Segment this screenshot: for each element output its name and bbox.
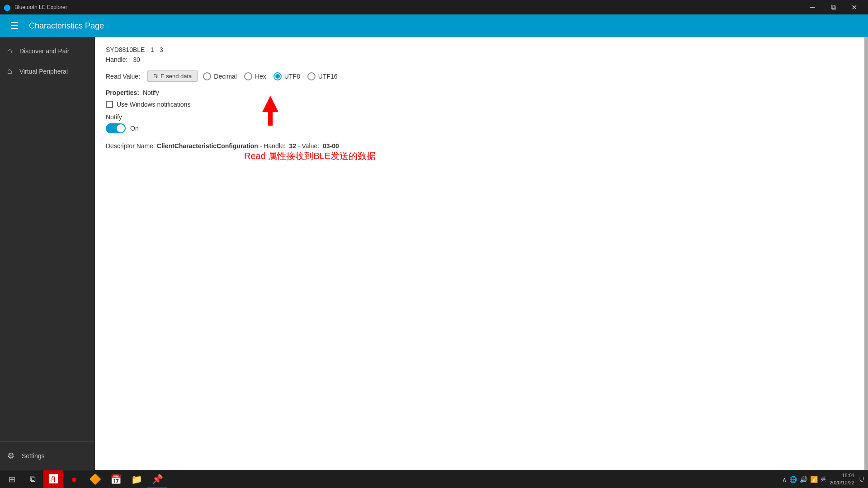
read-value-label: Read Value: [106,73,142,80]
page-title: Characteristics Page [29,21,104,31]
taskbar-app-5[interactable]: 📁 [127,470,146,488]
properties-label: Properties: [106,89,139,96]
taskbar-notification-icon[interactable]: 🗨 [858,476,864,483]
toggle-row: On [106,123,857,133]
device-name: SYD8810BLE - 1 - 3 [106,46,857,53]
title-bar-left: ⬤ Bluetooth LE Explorer [4,4,67,11]
sidebar-item-label-virtual: Virtual Peripheral [19,68,68,75]
sidebar-item-virtual[interactable]: ⌂ Virtual Peripheral [0,61,95,81]
radio-circle-decimal [203,72,211,80]
handle-value: 30 [133,56,140,63]
radio-label-utf16: UTF16 [318,73,338,80]
descriptor-handle-value: 32 [289,142,296,150]
sidebar-item-label-discover: Discover and Pair [19,47,70,55]
radio-circle-utf16 [307,72,316,80]
taskbar-clock[interactable]: 18:01 2020/10/22 [830,472,854,486]
taskbar-network-icon: 🌐 [789,476,797,483]
bluetooth-icon: ⬤ [4,4,11,11]
descriptor-name-value: ClientCharacteristicConfiguration [157,142,258,150]
taskbar-app-3[interactable]: 🔶 [85,470,105,488]
app-header: ☰ Characteristics Page [0,14,868,37]
radio-label-utf8: UTF8 [284,73,300,80]
radio-label-decimal: Decimal [214,73,237,80]
handle-label: Handle: [106,56,127,63]
properties-row: Properties: Notify [106,89,857,96]
taskbar-left: ⊞ ⧉ 🅰 ● 🔶 📅 📁 📌 [0,470,167,488]
descriptor-name-label: Descriptor Name: [106,142,155,150]
main-layout: ⌂ Discover and Pair ⌂ Virtual Peripheral… [0,37,868,470]
sidebar-item-discover[interactable]: ⌂ Discover and Pair [0,41,95,61]
windows-notifications-checkbox[interactable] [106,101,113,108]
taskbar-app-2[interactable]: ● [64,470,84,488]
read-value-row: Read Value: BLE send data Decimal Hex UT… [106,70,857,82]
close-button[interactable]: ✕ [844,0,864,14]
content-area: SYD8810BLE - 1 - 3 Handle: 30 Read Value… [95,37,868,470]
annotation-up-arrow-container [262,96,278,126]
annotation-read-label: Read [244,151,266,161]
taskbar-date: 2020/10/22 [830,479,854,486]
toggle-on-label: On [130,125,139,132]
taskbar-app-icon-5: 📁 [131,474,142,485]
sidebar-bottom: ⚙ Settings [0,441,95,470]
taskbar-right: ∧ 🌐 🔊 📶 英 18:01 2020/10/22 🗨 [782,472,868,486]
radio-group: Decimal Hex UTF8 UTF16 [203,72,337,80]
taskbar-app-icon-1: 🅰 [49,474,58,484]
restore-button[interactable]: ⧉ [823,0,844,14]
right-scrollbar[interactable] [864,37,868,470]
taskbar-app-4[interactable]: 📅 [106,470,126,488]
descriptor-handle-label: Handle: [264,142,285,150]
ble-send-button[interactable]: BLE send data [147,70,198,82]
radio-label-hex: Hex [255,73,266,80]
properties-value: Notify [143,89,159,96]
notify-toggle[interactable] [106,123,126,133]
task-view-button[interactable]: ⧉ [23,470,42,488]
home-icon-discover: ⌂ [7,46,12,56]
hamburger-button[interactable]: ☰ [7,19,22,33]
title-bar-title: Bluetooth LE Explorer [14,4,67,10]
radio-utf16[interactable]: UTF16 [307,72,338,80]
taskbar-app-icon-4: 📅 [110,474,122,485]
windows-notifications-label: Use Windows notifications [117,101,190,108]
descriptor-value-label: Value: [302,142,319,150]
taskbar-wifi-icon: 📶 [810,476,818,483]
notify-label: Notify [106,113,857,121]
taskbar-app-1[interactable]: 🅰 [43,470,63,488]
annotation-read-text: Read 属性接收到BLE发送的数据 [244,150,376,162]
windows-notifications-row[interactable]: Use Windows notifications [106,101,857,108]
title-bar-controls: ─ ⧉ ✕ [802,0,864,14]
taskbar-up-arrow[interactable]: ∧ [782,476,787,483]
settings-icon: ⚙ [7,451,14,461]
taskbar-icons: ∧ 🌐 🔊 📶 英 [782,475,826,483]
sidebar-item-label-settings: Settings [22,452,45,460]
sidebar: ⌂ Discover and Pair ⌂ Virtual Peripheral… [0,37,95,470]
title-bar: ⬤ Bluetooth LE Explorer ─ ⧉ ✕ [0,0,868,14]
taskbar: ⊞ ⧉ 🅰 ● 🔶 📅 📁 📌 ∧ 🌐 🔊 📶 英 18:01 [0,470,868,488]
taskbar-language[interactable]: 英 [821,475,826,483]
home-icon-virtual: ⌂ [7,66,12,76]
descriptor-value: 03-00 [323,142,339,150]
device-handle: Handle: 30 [106,56,857,63]
taskbar-app-6[interactable]: 📌 [147,470,167,488]
minimize-button[interactable]: ─ [802,0,823,14]
taskbar-app-icon-3: 🔶 [89,474,101,485]
radio-circle-utf8 [274,72,282,80]
descriptor-row: Descriptor Name: ClientCharacteristicCon… [106,142,857,150]
annotation-read-description: 属性接收到BLE发送的数据 [268,151,376,161]
start-button[interactable]: ⊞ [2,470,22,488]
device-name-text: SYD8810BLE - 1 - 3 [106,46,163,53]
taskbar-volume-icon: 🔊 [800,476,807,483]
radio-decimal[interactable]: Decimal [203,72,237,80]
taskbar-time: 18:01 [830,472,854,479]
radio-circle-hex [244,72,252,80]
radio-hex[interactable]: Hex [244,72,266,80]
taskbar-app-icon-6: 📌 [152,474,163,484]
radio-utf8[interactable]: UTF8 [274,72,300,80]
taskbar-app-icon-2: ● [71,474,77,485]
sidebar-item-settings[interactable]: ⚙ Settings [0,446,95,466]
